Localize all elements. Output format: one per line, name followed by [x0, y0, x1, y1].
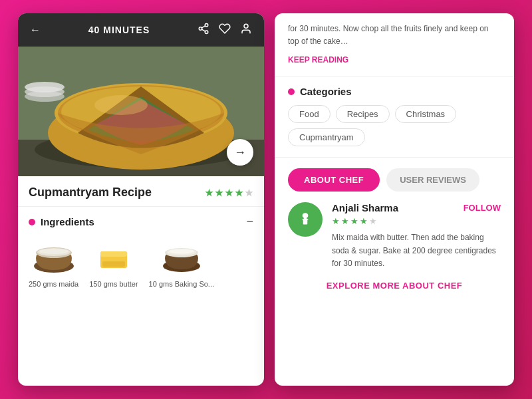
star-5: ★: [245, 188, 253, 198]
ingredients-section: Ingredients − 250 gms maida: [18, 207, 264, 386]
back-icon[interactable]: ←: [30, 24, 41, 36]
follow-button[interactable]: FOLLOW: [464, 203, 501, 213]
ingredient-label-2: 150 gms butter: [89, 280, 138, 288]
chef-star-1: ★: [332, 216, 340, 226]
svg-rect-22: [100, 251, 127, 257]
ingredient-bowl-2: [90, 238, 137, 275]
recipe-description-text: for 30 minutes. Now chop all the fruits …: [288, 23, 501, 48]
tab-about-chef[interactable]: ABOUT CHEF: [288, 168, 380, 192]
ingredient-bowl-1: [31, 238, 77, 275]
svg-point-20: [39, 249, 68, 254]
tag-recipes[interactable]: Recipes: [336, 105, 390, 123]
svg-line-3: [201, 29, 205, 31]
categories-header: Categories: [288, 86, 501, 97]
chef-star-3: ★: [350, 216, 358, 226]
tag-christmas[interactable]: Christmas: [395, 105, 457, 123]
keep-reading-link[interactable]: KEEP READING: [288, 55, 348, 65]
right-panel: for 30 minutes. Now chop all the fruits …: [275, 13, 514, 386]
star-4: ★: [235, 188, 243, 198]
header-time-label: 40 MINUTES: [88, 25, 150, 35]
left-panel: ← 40 MINUTES: [18, 13, 264, 386]
star-2: ★: [215, 188, 223, 198]
chef-bio: Mix maida with butter. Then add the baki…: [332, 231, 501, 270]
collapse-icon[interactable]: −: [246, 215, 253, 229]
chef-star-5: ★: [369, 216, 377, 226]
tag-cupmantryam[interactable]: Cupmantryam: [288, 128, 365, 146]
explore-chef-link[interactable]: EXPLORE MORE ABOUT CHEF: [288, 281, 501, 291]
ingredients-grid: 250 gms maida 150 gms butter: [29, 238, 253, 288]
recipe-title-row: Cupmantryam Recipe ★ ★ ★ ★ ★: [29, 186, 253, 200]
recipe-description: for 30 minutes. Now chop all the fruits …: [275, 13, 514, 76]
ingredient-label-1: 250 gms maida: [29, 280, 78, 288]
chef-star-2: ★: [341, 216, 349, 226]
categories-dot: [288, 88, 295, 95]
ingredients-header-left: Ingredients: [29, 216, 94, 227]
svg-point-16: [25, 82, 65, 92]
chef-avatar: [288, 202, 323, 237]
profile-icon[interactable]: [240, 23, 252, 37]
svg-point-5: [244, 24, 248, 28]
header-icons: [198, 23, 252, 37]
tab-user-reviews[interactable]: USER REVIEWS: [386, 168, 479, 192]
food-image: →: [18, 47, 264, 176]
tag-food[interactable]: Food: [288, 105, 331, 123]
heart-icon[interactable]: [219, 23, 231, 37]
chef-details: Anjali Sharma FOLLOW ★ ★ ★ ★ ★ Mix maida…: [332, 202, 501, 270]
star-3: ★: [225, 188, 233, 198]
svg-point-13: [94, 95, 148, 115]
ingredients-title: Ingredients: [41, 216, 94, 227]
categories-title: Categories: [300, 86, 352, 97]
star-1: ★: [205, 188, 213, 198]
chef-name: Anjali Sharma: [332, 202, 398, 213]
chef-info: Anjali Sharma FOLLOW ★ ★ ★ ★ ★ Mix maida…: [288, 202, 501, 270]
ingredient-item: 250 gms maida: [29, 238, 78, 288]
categories-section: Categories Food Recipes Christmas Cupman…: [275, 76, 514, 158]
chef-star-4: ★: [360, 216, 368, 226]
chef-stars: ★ ★ ★ ★ ★: [332, 216, 501, 226]
chef-section: ABOUT CHEF USER REVIEWS Anjali Sharma FO…: [275, 158, 514, 386]
recipe-title-text: Cupmantryam Recipe: [29, 186, 152, 200]
ingredients-header: Ingredients −: [29, 215, 253, 229]
ingredient-item: 150 gms butter: [89, 238, 138, 288]
next-button[interactable]: →: [227, 139, 253, 166]
ingredients-dot: [29, 219, 35, 225]
svg-line-4: [201, 26, 205, 28]
ingredient-label-3: 10 gms Baking So...: [149, 280, 214, 288]
phone-header: ← 40 MINUTES: [18, 13, 264, 47]
tags-row: Food Recipes Christmas Cupmantryam: [288, 105, 501, 146]
chef-name-row: Anjali Sharma FOLLOW: [332, 202, 501, 213]
svg-rect-23: [102, 261, 125, 267]
ingredient-bowl-3: [158, 238, 205, 275]
share-icon[interactable]: [198, 23, 209, 37]
recipe-stars: ★ ★ ★ ★ ★: [205, 188, 253, 198]
recipe-title-section: Cupmantryam Recipe ★ ★ ★ ★ ★: [18, 176, 264, 207]
ingredient-item: 10 gms Baking So...: [149, 238, 214, 288]
svg-rect-29: [303, 219, 309, 220]
tab-row: ABOUT CHEF USER REVIEWS: [288, 168, 501, 192]
svg-point-27: [169, 249, 194, 254]
